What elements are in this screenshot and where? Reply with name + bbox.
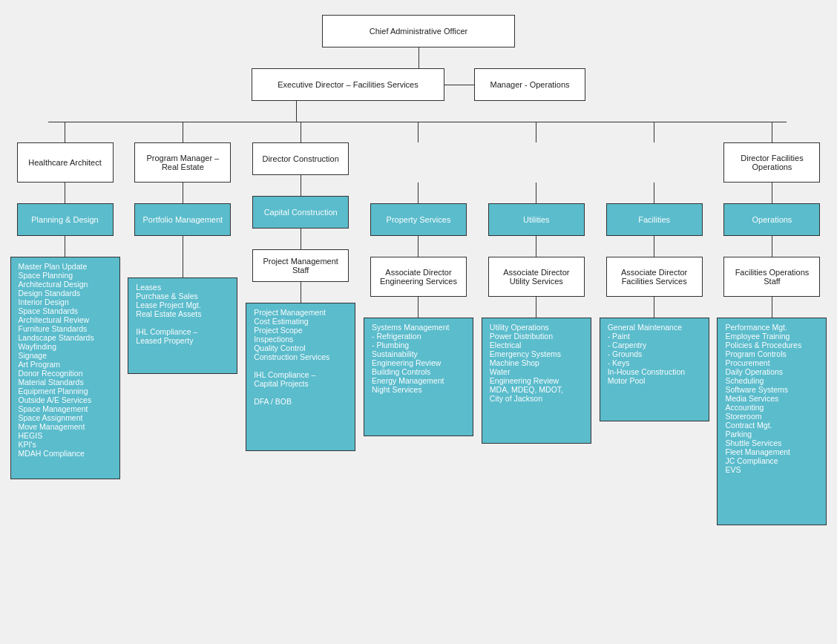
dfo-v4 bbox=[772, 297, 772, 318]
utilities-list-items: Utility OperationsPower DistributionElec… bbox=[490, 323, 563, 403]
facilities-label: Facilities bbox=[638, 215, 670, 224]
cao-label: Chief Administrative Officer bbox=[370, 27, 467, 36]
planning-design-list: Master Plan UpdateSpace PlanningArchitec… bbox=[10, 257, 120, 479]
healthcare-architect-box: Healthcare Architect bbox=[17, 142, 114, 183]
utilities-list: Utility OperationsPower DistributionElec… bbox=[482, 318, 591, 444]
planning-design-list-items: Master Plan UpdateSpace PlanningArchitec… bbox=[19, 262, 94, 458]
ps-v3 bbox=[418, 236, 418, 257]
facilities-list-items: General Maintenance- Paint- Carpentry- G… bbox=[608, 323, 685, 385]
ps-v2 bbox=[418, 183, 418, 203]
operations-list-items: Performance Mgt.Employee TrainingPolicie… bbox=[725, 323, 801, 474]
facilities-ops-staff-box: Facilities Operations Staff bbox=[723, 257, 820, 297]
ut-v1 bbox=[536, 122, 536, 142]
dc-v3 bbox=[301, 229, 301, 249]
facilities-list: General Maintenance- Paint- Carpentry- G… bbox=[600, 318, 709, 421]
ps-v4 bbox=[418, 297, 418, 318]
dc-v2 bbox=[301, 175, 301, 196]
cao-box: Chief Administrative Officer bbox=[322, 15, 515, 47]
col-dir-fac-ops: Director Facilities Operations Operation… bbox=[715, 122, 830, 525]
ps-v1 bbox=[418, 122, 418, 142]
col-healthcare: Healthcare Architect Planning & Design M… bbox=[7, 122, 122, 479]
director-facilities-ops-label: Director Facilities Operations bbox=[732, 154, 812, 171]
fac-v3 bbox=[654, 236, 654, 257]
capital-construction-box: Capital Construction bbox=[252, 196, 349, 229]
ut-v3 bbox=[536, 236, 536, 257]
assoc-dir-facilities-label: Associate Director Facilities Services bbox=[614, 268, 695, 286]
fac-v1 bbox=[654, 122, 654, 142]
exec-v-connector bbox=[296, 101, 297, 122]
portfolio-mgmt-list: LeasesPurchase & SalesLease Project Mgt.… bbox=[128, 277, 237, 374]
facilities-box: Facilities bbox=[606, 203, 703, 236]
capital-construction-label: Capital Construction bbox=[264, 208, 338, 217]
assoc-dir-utility-box: Associate Director Utility Services bbox=[488, 257, 585, 297]
portfolio-list-items: LeasesPurchase & SalesLease Project Mgt.… bbox=[136, 283, 201, 345]
col-construction: Director Construction Capital Constructi… bbox=[243, 122, 358, 451]
exec-dir-box: Executive Director – Facilities Services bbox=[252, 68, 444, 101]
assoc-dir-facilities-box: Associate Director Facilities Services bbox=[606, 257, 703, 297]
level1-row: Executive Director – Facilities Services… bbox=[252, 68, 585, 101]
hc-v3 bbox=[65, 236, 65, 257]
program-manager-box: Program Manager – Real Estate bbox=[134, 142, 231, 183]
property-services-label: Property Services bbox=[387, 215, 451, 224]
healthcare-architect-label: Healthcare Architect bbox=[28, 158, 101, 167]
dc-v4 bbox=[301, 282, 301, 303]
org-chart: Chief Administrative Officer Executive D… bbox=[7, 15, 830, 525]
fac-v2 bbox=[654, 183, 654, 203]
columns-area: Healthcare Architect Planning & Design M… bbox=[7, 122, 830, 525]
dc-v1 bbox=[301, 122, 301, 142]
project-mgmt-staff-box: Project Management Staff bbox=[252, 249, 349, 282]
program-manager-label: Program Manager – Real Estate bbox=[142, 154, 223, 171]
mgr-ops-label: Manager - Operations bbox=[490, 80, 570, 89]
hc-v1 bbox=[65, 122, 65, 142]
facilities-ops-staff-label: Facilities Operations Staff bbox=[732, 268, 812, 286]
property-list-items: Systems Management- Refrigeration- Plumb… bbox=[372, 323, 449, 394]
pm-v2 bbox=[183, 183, 183, 203]
pm-v3 bbox=[183, 236, 183, 277]
assoc-dir-eng-box: Associate Director Engineering Services bbox=[370, 257, 467, 297]
operations-label: Operations bbox=[752, 215, 792, 224]
cao-v-connector bbox=[418, 47, 419, 68]
director-construction-label: Director Construction bbox=[262, 154, 338, 163]
cao-row: Chief Administrative Officer bbox=[322, 15, 515, 47]
portfolio-mgmt-label: Portfolio Management bbox=[143, 215, 223, 224]
columns-flex: Healthcare Architect Planning & Design M… bbox=[7, 122, 830, 525]
mgr-ops-box: Manager - Operations bbox=[474, 68, 585, 101]
planning-design-label: Planning & Design bbox=[31, 215, 99, 224]
portfolio-mgmt-box: Portfolio Management bbox=[134, 203, 231, 236]
operations-list: Performance Mgt.Employee TrainingPolicie… bbox=[717, 318, 827, 525]
col-utilities: Utilities Associate Director Utility Ser… bbox=[479, 122, 594, 444]
property-services-list: Systems Management- Refrigeration- Plumb… bbox=[364, 318, 473, 436]
utilities-box: Utilities bbox=[488, 203, 585, 236]
main-branch-h-line bbox=[48, 122, 787, 122]
director-facilities-ops-box: Director Facilities Operations bbox=[723, 142, 820, 183]
capital-list-items: Project ManagementCost EstimatingProject… bbox=[254, 308, 329, 406]
planning-design-box: Planning & Design bbox=[17, 203, 114, 236]
property-services-box: Property Services bbox=[370, 203, 467, 236]
pm-v1 bbox=[183, 122, 183, 142]
ut-v4 bbox=[536, 297, 536, 318]
assoc-dir-eng-label: Associate Director Engineering Services bbox=[378, 268, 459, 286]
col-portfolio: Program Manager – Real Estate Portfolio … bbox=[125, 122, 240, 374]
col-property: Property Services Associate Director Eng… bbox=[361, 122, 476, 436]
hc-v2 bbox=[65, 183, 65, 203]
assoc-dir-utility-label: Associate Director Utility Services bbox=[496, 268, 577, 286]
dfo-v3 bbox=[772, 236, 772, 257]
dfo-v1 bbox=[772, 122, 772, 142]
col-facilities: Facilities Associate Director Facilities… bbox=[597, 122, 712, 421]
exec-mgr-h-connector bbox=[444, 85, 474, 85]
ut-v2 bbox=[536, 183, 536, 203]
operations-box: Operations bbox=[723, 203, 820, 236]
fac-v4 bbox=[654, 297, 654, 318]
utilities-label: Utilities bbox=[523, 215, 549, 224]
dfo-v2 bbox=[772, 183, 772, 203]
project-mgmt-staff-label: Project Management Staff bbox=[260, 257, 341, 275]
exec-dir-label: Executive Director – Facilities Services bbox=[278, 80, 418, 89]
director-construction-box: Director Construction bbox=[252, 142, 349, 175]
capital-construction-list: Project ManagementCost EstimatingProject… bbox=[246, 303, 355, 451]
